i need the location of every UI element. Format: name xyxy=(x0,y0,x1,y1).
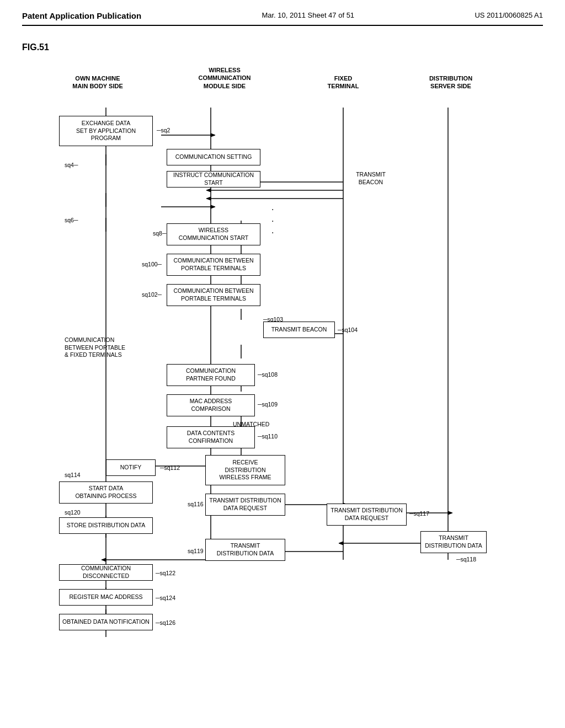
sq118-label: ─sq118 xyxy=(456,556,476,564)
sq122-label: ─sq122 xyxy=(156,570,175,577)
transmit-dist-data1-box: TRANSMITDISTRIBUTION DATA xyxy=(205,539,285,561)
sq114-label: sq114 xyxy=(65,472,81,479)
wireless-comm-start-box: WIRELESSCOMMUNICATION START xyxy=(167,223,260,245)
sq100-label: sq100─ xyxy=(142,261,162,269)
publication-title: Patent Application Publication xyxy=(22,11,141,20)
svg-marker-22 xyxy=(448,511,452,515)
obtained-data-box: OBTAINED DATA NOTIFICATION xyxy=(59,614,153,630)
header-right: US 2011/0060825 A1 xyxy=(475,11,543,19)
sq116-label: sq116 xyxy=(188,501,204,508)
dots: ··· xyxy=(271,204,275,238)
sq112-label: ─sq112 xyxy=(160,464,180,472)
col1-header: OWN MACHINEMAIN BODY SIDE xyxy=(62,74,134,90)
comm-portable1-box: COMMUNICATION BETWEENPORTABLE TERMINALS xyxy=(167,254,260,276)
fig-label: FIG.51 xyxy=(22,42,543,52)
sq110-label: ─sq110 xyxy=(258,433,278,441)
page: Patent Application Publication Mar. 10, … xyxy=(0,0,565,728)
sq6-label: sq6─ xyxy=(65,217,78,224)
svg-marker-29 xyxy=(102,558,106,561)
sq124-label: ─sq124 xyxy=(156,595,175,602)
sq104-label: ─sq104 xyxy=(338,326,358,334)
instruct-comm-box: INSTRUCT COMMUNICATIONSTART xyxy=(167,171,260,188)
sq4-label: sq4─ xyxy=(65,162,78,169)
transmit-beacon-box: TRANSMIT BEACON xyxy=(263,322,335,338)
transmit-beacon-label: TRANSMITBEACON xyxy=(346,171,396,186)
comm-portable-fixed-label: COMMUNICATIONBETWEEN PORTABLE& FIXED TER… xyxy=(65,336,161,359)
comm-disconnected-box: COMMUNICATION DISCONNECTED xyxy=(59,564,153,581)
comm-partner-found-box: COMMUNICATIONPARTNER FOUND xyxy=(167,364,255,386)
receive-dist-box: RECEIVEDISTRIBUTIONWIRELESS FRAME xyxy=(205,455,285,485)
sq102-label: sq102─ xyxy=(142,291,162,299)
comm-portable2-box: COMMUNICATION BETWEENPORTABLE TERMINALS xyxy=(167,284,260,306)
col4-header: DISTRIBUTIONSERVER SIDE xyxy=(420,74,481,90)
comm-setting-box: COMMUNICATION SETTING xyxy=(167,149,260,165)
data-contents-box: DATA CONTENTSCONFIRMATION xyxy=(167,426,255,448)
svg-marker-9 xyxy=(206,189,211,192)
diagram: OWN MACHINEMAIN BODY SIDE WIRELESSCOMMUN… xyxy=(34,63,531,670)
svg-marker-11 xyxy=(206,197,211,200)
header: Patent Application Publication Mar. 10, … xyxy=(22,11,543,26)
patent-number: US 2011/0060825 A1 xyxy=(475,11,543,19)
sq119-label: sq119 xyxy=(188,548,204,555)
svg-marker-13 xyxy=(211,205,215,208)
store-dist-box: STORE DISTRIBUTION DATA xyxy=(59,517,153,534)
header-center: Mar. 10, 2011 Sheet 47 of 51 xyxy=(262,11,354,19)
transmit-dist-request2-box: TRANSMIT DISTRIBUTIONDATA REQUEST xyxy=(327,504,407,526)
sq126-label: ─sq126 xyxy=(156,619,175,627)
sq108-label: ─sq108 xyxy=(258,371,278,379)
sq2-label: ─sq2 xyxy=(157,127,170,135)
start-data-box: START DATAOBTAINING PROCESS xyxy=(59,481,153,504)
sq8-label: sq8─ xyxy=(153,230,166,238)
sq117-label: ─sq117 xyxy=(409,510,429,518)
transmit-dist-request1-box: TRANSMIT DISTRIBUTIONDATA REQUEST xyxy=(205,494,285,516)
mac-address-box: MAC ADDRESSCOMPARISON xyxy=(167,394,255,416)
sheet-info: Mar. 10, 2011 Sheet 47 of 51 xyxy=(262,11,354,19)
exchange-data-box: EXCHANGE DATASET BY APPLICATIONPROGRAM xyxy=(59,116,153,146)
col3-header: FIXEDTERMINAL xyxy=(318,74,368,90)
register-mac-box: REGISTER MAC ADDRESS xyxy=(59,589,153,606)
sq109-label: ─sq109 xyxy=(258,401,278,409)
notify-box: NOTIFY xyxy=(106,459,156,476)
transmit-dist-data2-box: TRANSMITDISTRIBUTION DATA xyxy=(420,531,487,553)
header-left: Patent Application Publication xyxy=(22,11,141,20)
sq120-label: sq120 xyxy=(65,509,81,517)
col2-header: WIRELESSCOMMUNICATIONMODULE SIDE xyxy=(191,66,258,90)
svg-marker-5 xyxy=(211,133,215,137)
svg-marker-25 xyxy=(339,542,343,545)
